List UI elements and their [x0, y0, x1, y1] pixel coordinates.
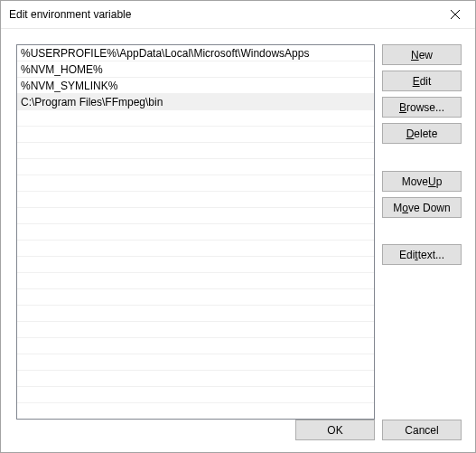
edit-button[interactable]: Edit	[382, 71, 462, 91]
list-item[interactable]: %NVM_SYMLINK%	[17, 78, 374, 94]
side-button-column: New Edit Browse... Delete Move Up Move D…	[382, 44, 462, 420]
list-item[interactable]	[17, 175, 374, 192]
list-item[interactable]	[17, 192, 374, 208]
list-item[interactable]	[17, 159, 374, 175]
bottom-button-row: OK Cancel	[1, 420, 475, 452]
cancel-button[interactable]: Cancel	[382, 420, 462, 440]
edit-text-button[interactable]: Edit text...	[382, 244, 462, 265]
content-area: %USERPROFILE%\AppData\Local\Microsoft\Wi…	[1, 29, 475, 420]
path-listbox[interactable]: %USERPROFILE%\AppData\Local\Microsoft\Wi…	[16, 44, 375, 420]
delete-button[interactable]: Delete	[382, 123, 462, 144]
list-item[interactable]	[17, 322, 374, 338]
list-item[interactable]	[17, 224, 374, 241]
list-item[interactable]	[17, 208, 374, 224]
list-item[interactable]	[17, 127, 374, 143]
titlebar: Edit environment variable	[1, 1, 475, 29]
ok-button[interactable]: OK	[295, 420, 375, 440]
list-item[interactable]	[17, 338, 374, 354]
close-button[interactable]	[434, 1, 475, 28]
move-down-button[interactable]: Move Down	[382, 197, 462, 218]
list-item[interactable]	[17, 403, 374, 420]
browse-button[interactable]: Browse...	[382, 97, 462, 118]
list-item[interactable]	[17, 371, 374, 387]
list-item[interactable]	[17, 289, 374, 306]
window-title: Edit environment variable	[9, 8, 434, 21]
close-icon	[451, 10, 460, 19]
list-item[interactable]	[17, 257, 374, 273]
list-item[interactable]	[17, 143, 374, 159]
move-up-button[interactable]: Move Up	[382, 171, 462, 192]
list-item[interactable]	[17, 354, 374, 371]
list-item[interactable]	[17, 241, 374, 257]
list-item[interactable]	[17, 387, 374, 403]
dialog-window: Edit environment variable %USERPROFILE%\…	[0, 0, 476, 453]
list-item[interactable]	[17, 273, 374, 289]
new-button[interactable]: New	[382, 44, 462, 65]
list-item[interactable]: %USERPROFILE%\AppData\Local\Microsoft\Wi…	[17, 45, 374, 61]
list-item[interactable]	[17, 110, 374, 127]
list-item[interactable]: C:\Program Files\FFmpeg\bin	[17, 94, 374, 110]
list-item[interactable]	[17, 306, 374, 322]
list-item[interactable]: %NVM_HOME%	[17, 61, 374, 78]
